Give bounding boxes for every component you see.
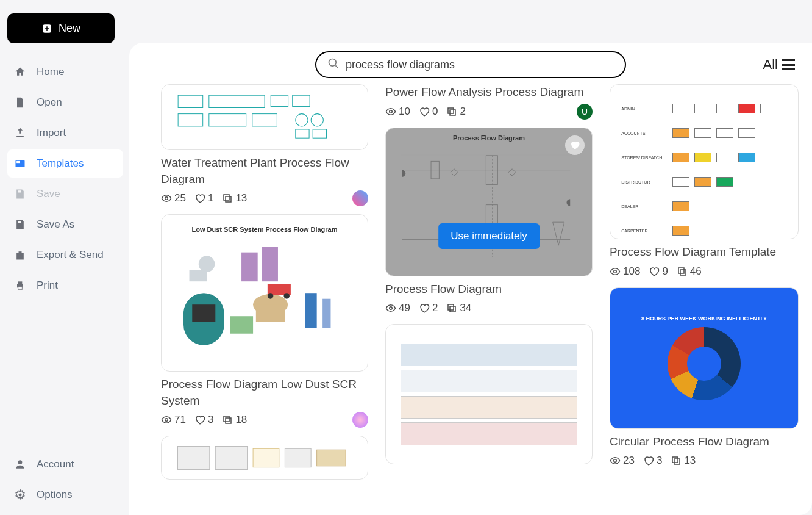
svg-rect-64 <box>450 306 455 312</box>
diagram-preview <box>394 337 584 452</box>
heart-icon <box>419 303 430 314</box>
template-title: Process Flow Diagram Template <box>610 244 799 261</box>
eye-icon <box>385 106 396 117</box>
sidebar-item-label: Save As <box>37 218 74 231</box>
template-thumbnail[interactable] <box>385 324 593 464</box>
search-box[interactable] <box>315 51 626 78</box>
diagram-preview: 8 HOURS PER WEEK WORKING INEFFICIENTLY <box>610 288 798 428</box>
svg-rect-26 <box>313 129 326 138</box>
template-card: Low Dust SCR System Process Flow Diagram <box>161 214 368 426</box>
diagram-preview: ADMIN ACCOUNTS STORES/ DISPATCH DISTRIBU… <box>618 94 790 229</box>
svg-point-52 <box>390 110 393 113</box>
svg-point-66 <box>614 270 617 273</box>
search-input[interactable] <box>346 59 614 71</box>
svg-rect-31 <box>192 304 215 322</box>
svg-rect-36 <box>322 299 330 328</box>
svg-point-23 <box>296 114 308 126</box>
template-card: 8 HOURS PER WEEK WORKING INEFFICIENTLY C… <box>610 287 799 467</box>
template-thumbnail[interactable]: Process Flow Diagram <box>385 128 593 276</box>
svg-point-27 <box>165 197 168 200</box>
template-card <box>161 436 368 480</box>
sidebar-item-save-as[interactable]: Save As <box>7 211 123 239</box>
svg-rect-32 <box>230 316 253 334</box>
svg-rect-67 <box>680 270 686 275</box>
svg-rect-29 <box>224 195 229 200</box>
eye-icon <box>610 266 621 277</box>
template-thumbnail[interactable]: ADMIN ACCOUNTS STORES/ DISPATCH DISTRIBU… <box>610 84 799 239</box>
template-title: Water Treatment Plant Process Flow Diagr… <box>161 155 368 187</box>
svg-rect-6 <box>18 221 21 223</box>
template-title: Circular Process Flow Diagram <box>610 434 799 450</box>
heart-icon <box>419 106 430 117</box>
primary-nav: Home Open Import Templates Save Save As <box>7 58 123 300</box>
svg-rect-18 <box>271 96 288 107</box>
templates-icon <box>13 157 27 170</box>
plus-square-icon <box>41 23 52 34</box>
svg-rect-37 <box>241 253 258 282</box>
print-icon <box>13 279 27 292</box>
author-avatar[interactable]: U <box>577 104 593 120</box>
sidebar-item-open[interactable]: Open <box>7 88 123 117</box>
sidebar-item-save: Save <box>7 180 123 208</box>
filter-all[interactable]: All <box>763 57 795 73</box>
sidebar-item-print[interactable]: Print <box>7 272 123 300</box>
template-meta: 25 1 13 <box>161 192 368 204</box>
sidebar: New Home Open Import Templates Save <box>0 0 129 515</box>
svg-rect-17 <box>209 96 265 108</box>
author-avatar[interactable] <box>352 412 368 428</box>
copy-icon <box>446 303 457 314</box>
filter-label: All <box>763 57 778 73</box>
svg-rect-45 <box>226 418 231 423</box>
svg-rect-49 <box>253 448 279 467</box>
svg-point-63 <box>390 307 393 310</box>
export-icon <box>13 248 27 262</box>
account-icon <box>13 458 27 471</box>
copy-icon <box>671 455 682 466</box>
file-icon <box>13 96 27 109</box>
copy-icon <box>446 106 457 117</box>
home-icon <box>13 65 27 79</box>
sidebar-item-export-send[interactable]: Export & Send <box>7 241 123 269</box>
eye-icon <box>161 193 172 204</box>
sidebar-item-options[interactable]: Options <box>7 481 123 509</box>
eye-icon <box>385 303 396 314</box>
template-title: Process Flow Diagram Low Dust SCR System <box>161 376 368 409</box>
svg-rect-46 <box>224 416 229 422</box>
svg-rect-40 <box>189 270 207 281</box>
template-thumbnail[interactable]: 8 HOURS PER WEEK WORKING INEFFICIENTLY <box>610 287 799 429</box>
heart-icon <box>194 414 205 425</box>
template-meta: 49 2 34 <box>385 302 593 314</box>
sidebar-item-templates[interactable]: Templates <box>7 149 123 178</box>
gear-icon <box>13 488 27 502</box>
template-card: Water Treatment Plant Process Flow Diagr… <box>161 84 368 204</box>
sidebar-item-account[interactable]: Account <box>7 450 123 478</box>
svg-point-44 <box>165 419 168 422</box>
save-icon <box>13 187 27 201</box>
eye-icon <box>161 414 172 425</box>
template-thumbnail[interactable] <box>161 84 368 150</box>
svg-rect-38 <box>262 247 278 281</box>
template-card: Power Flow Analysis Process Diagram 10 0… <box>385 84 593 118</box>
template-thumbnail[interactable] <box>161 436 368 480</box>
svg-point-7 <box>18 460 23 464</box>
sidebar-item-label: Save <box>37 188 60 200</box>
copy-icon <box>222 193 233 204</box>
new-button[interactable]: New <box>7 13 115 43</box>
sidebar-item-label: Print <box>37 279 58 292</box>
use-immediately-button[interactable]: Use immediately <box>438 223 540 249</box>
svg-rect-19 <box>293 96 310 107</box>
sidebar-item-import[interactable]: Import <box>7 119 123 147</box>
svg-rect-25 <box>296 129 309 138</box>
save-as-icon <box>13 218 27 231</box>
eye-icon <box>610 455 621 466</box>
template-thumbnail[interactable]: Low Dust SCR System Process Flow Diagram <box>161 214 368 372</box>
sidebar-item-home[interactable]: Home <box>7 58 123 86</box>
sidebar-item-label: Options <box>37 489 73 501</box>
new-button-label: New <box>59 22 80 35</box>
menu-icon <box>782 59 795 70</box>
author-avatar[interactable] <box>352 190 368 206</box>
copy-icon <box>677 266 688 277</box>
sidebar-item-label: Open <box>37 96 62 109</box>
svg-rect-54 <box>448 108 454 113</box>
thumb-title: Low Dust SCR System Process Flow Diagram <box>191 226 337 233</box>
